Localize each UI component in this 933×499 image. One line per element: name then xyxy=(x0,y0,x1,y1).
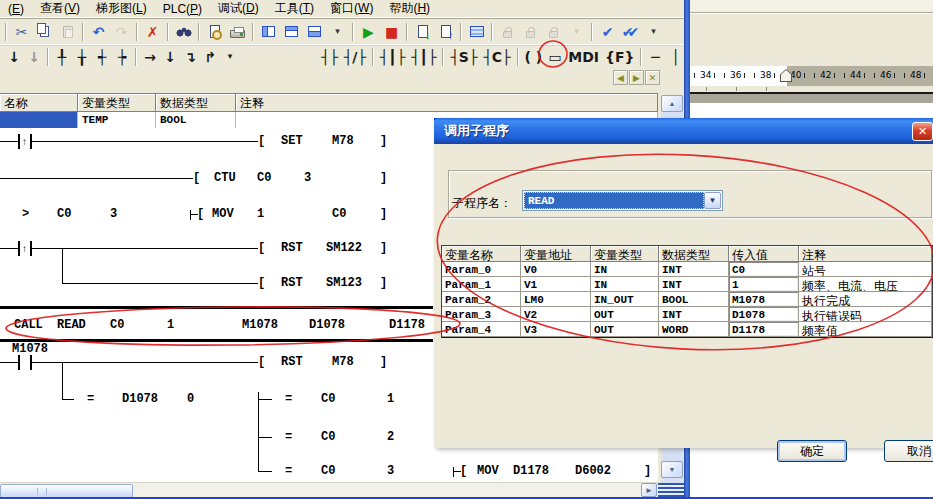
print-button[interactable] xyxy=(226,21,249,43)
menu-item-7[interactable]: 帮助(H) xyxy=(381,0,438,18)
menu-item-4[interactable]: 调试(D) xyxy=(210,0,267,18)
move-down-outline-button[interactable]: ↓ xyxy=(24,47,44,66)
menu-item-0[interactable]: (E) xyxy=(0,1,32,17)
ruler-tick xyxy=(814,73,815,78)
wire-corner-button[interactable]: ↴ xyxy=(180,47,200,66)
instruction-box-button[interactable]: ▭ xyxy=(545,47,565,66)
contact-pos-edge-button[interactable]: ┤┃├ xyxy=(377,47,408,66)
param-table-cell: V2 xyxy=(521,307,591,322)
run-button[interactable]: ▶ xyxy=(357,21,380,43)
param-value-cell[interactable]: 1 xyxy=(729,277,799,292)
dialog-titlebar[interactable]: 调用子程序 xyxy=(434,118,933,144)
var-grid-selected-cell[interactable] xyxy=(0,112,78,129)
menu-item-5[interactable]: 工具(T) xyxy=(267,0,322,18)
ruler-label: 48 xyxy=(910,70,921,80)
ruler-label: 44 xyxy=(850,70,861,80)
monitor-button[interactable] xyxy=(465,21,488,43)
contact-neg-edge-button[interactable]: ┤┃├ xyxy=(408,47,439,66)
param-table-cell: INT xyxy=(659,262,729,277)
var-grid-header-2: 数据类型 xyxy=(156,94,236,112)
menu-item-2[interactable]: 梯形图(L) xyxy=(88,0,155,18)
upload-button[interactable] xyxy=(434,21,457,43)
download-button[interactable] xyxy=(411,21,434,43)
insert-col-left-button[interactable]: ┽ xyxy=(92,47,112,66)
var-grid-cell[interactable]: BOOL xyxy=(156,112,236,129)
insert-row-below-button[interactable]: ╁ xyxy=(72,47,92,66)
verify-all-button[interactable]: ✔✔ xyxy=(619,21,642,43)
copy-button[interactable] xyxy=(33,21,56,43)
window-more-icon: ▾ xyxy=(335,27,340,36)
ladder-text: MOV xyxy=(477,464,499,478)
window-split-button[interactable] xyxy=(280,21,303,43)
ladder-text: 2 xyxy=(387,430,394,444)
scrollbar-thumb[interactable] xyxy=(0,484,133,498)
delete-button[interactable]: ✗ xyxy=(141,21,164,43)
mdi-close-button[interactable]: ✕ xyxy=(645,70,660,85)
contact-bar xyxy=(30,355,32,370)
ladder-wire xyxy=(62,248,63,283)
undo-button[interactable]: ↶ xyxy=(87,21,110,43)
close-x-icon: ✕ xyxy=(918,125,927,138)
dialog-close-button[interactable]: ✕ xyxy=(912,122,933,141)
scroll-up-button[interactable]: ▲ xyxy=(661,95,683,112)
print-preview-button[interactable] xyxy=(203,21,226,43)
vline-icon: │ xyxy=(671,50,679,64)
ladder-text: > xyxy=(22,207,29,221)
menu-item-6[interactable]: 窗口(W) xyxy=(322,0,381,18)
cut-icon: ✂ xyxy=(16,25,28,39)
contact-no-button[interactable]: ┤├ xyxy=(318,47,341,66)
insert-row-above-button[interactable]: ╀ xyxy=(52,47,72,66)
verify-button[interactable]: ✔ xyxy=(596,21,619,43)
toolbar-separator xyxy=(640,48,642,66)
hline-button[interactable]: ─ xyxy=(645,47,665,66)
window-vars-button[interactable] xyxy=(257,21,280,43)
subroutine-name-combobox[interactable]: READ ▼ xyxy=(522,190,723,211)
mdi-button[interactable]: MDI xyxy=(565,47,602,66)
toolbar-separator xyxy=(406,23,408,41)
contact-nc-button[interactable]: ┤/├ xyxy=(341,47,369,66)
verify-more-button[interactable]: ▾ xyxy=(642,21,665,43)
var-grid-cell[interactable]: TEMP xyxy=(78,112,156,129)
vline-button[interactable]: │ xyxy=(665,47,685,66)
ladder-text: ] xyxy=(644,464,651,478)
insert-col-right-button[interactable]: ┾ xyxy=(112,47,132,66)
ladder-wire xyxy=(0,362,18,363)
clear-coil-button[interactable]: ┤C├ xyxy=(480,47,513,66)
cut-button[interactable]: ✂ xyxy=(10,21,33,43)
param-value-cell[interactable]: C0 xyxy=(729,262,799,277)
ok-button[interactable]: 确定 xyxy=(777,440,847,462)
param-table-header-1: 变量地址 xyxy=(521,246,591,262)
coil-button[interactable]: ( ) xyxy=(522,47,546,66)
move-down-button[interactable]: ↓ xyxy=(4,47,24,66)
find-button[interactable] xyxy=(172,21,195,43)
scroll-down-button[interactable]: ▼ xyxy=(661,461,683,478)
wire-right-button[interactable]: → xyxy=(140,47,160,66)
param-value-cell[interactable]: M1078 xyxy=(729,292,799,307)
scroll-right-button[interactable]: ► xyxy=(641,483,657,497)
param-value-cell[interactable]: D1178 xyxy=(729,322,799,337)
wire-more-button[interactable]: ▾ xyxy=(220,47,240,66)
stop-button[interactable]: ■ xyxy=(380,21,403,43)
horizontal-scrollbar[interactable] xyxy=(0,482,658,498)
set-coil-button[interactable]: ┤S├ xyxy=(447,47,480,66)
menu-item-1[interactable]: 查看(V) xyxy=(32,0,88,18)
cancel-button[interactable]: 取消 xyxy=(884,440,933,462)
menu-item-3[interactable]: PLC(P) xyxy=(155,1,210,17)
wire-up-button[interactable]: ↱ xyxy=(200,47,220,66)
wire-down-button[interactable]: ↓ xyxy=(160,47,180,66)
ruler-subtick xyxy=(706,87,707,91)
ruler-tick xyxy=(754,73,755,78)
splitter-grip[interactable] xyxy=(658,483,684,497)
delete-icon: ✗ xyxy=(147,25,159,39)
call-subroutine-dialog: 调用子程序 ✕ 子程序名： READ ▼ 变量名称变量地址变量类型数据类型传入值… xyxy=(434,118,933,448)
param-value-cell[interactable]: D1078 xyxy=(729,307,799,322)
combobox-dropdown-button[interactable]: ▼ xyxy=(704,192,721,209)
window-output-button[interactable] xyxy=(303,21,326,43)
ladder-wire xyxy=(258,392,259,472)
ladder-text: D6002 xyxy=(575,464,611,478)
window-more-button[interactable]: ▾ xyxy=(326,21,349,43)
mdi-prev-button[interactable]: ◀ xyxy=(613,70,628,85)
function-f-button[interactable]: {F} xyxy=(602,47,638,66)
mdi-next-button[interactable]: ▶ xyxy=(629,70,644,85)
lock-more-icon: ▾ xyxy=(574,27,579,36)
